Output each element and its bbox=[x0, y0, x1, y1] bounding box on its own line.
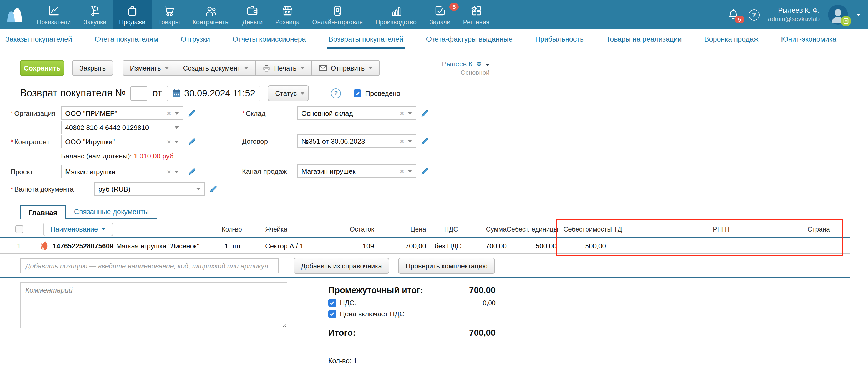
clear-icon[interactable]: × bbox=[400, 167, 404, 175]
counterparty-edit-pencil-icon[interactable] bbox=[188, 138, 196, 146]
sales-channel-select[interactable]: Магазин игрушек× bbox=[297, 165, 416, 178]
positions-table: Наименование Кол-во Ячейка Остаток Цена … bbox=[0, 222, 849, 254]
nav-item-tasks[interactable]: 5 Задачи bbox=[423, 0, 457, 29]
organization-select[interactable]: ООО "ПРИМЕР"× bbox=[61, 107, 183, 120]
save-button[interactable]: Сохранить bbox=[20, 60, 64, 76]
nav-item-sales[interactable]: Продажи bbox=[113, 0, 152, 29]
organization-account-select[interactable]: 40802 810 4 6442 0129810 bbox=[61, 121, 183, 135]
balance-label: Баланс (нам должны): bbox=[61, 152, 132, 160]
add-from-catalog-button[interactable]: Добавить из справочника bbox=[293, 258, 389, 274]
organization-edit-pencil-icon[interactable] bbox=[188, 110, 196, 117]
help-button[interactable]: ? bbox=[749, 9, 760, 20]
notes-badge-icon bbox=[841, 16, 851, 26]
doc-number-input[interactable] bbox=[131, 86, 148, 100]
comment-textarea[interactable] bbox=[20, 282, 287, 329]
chevron-down-icon bbox=[408, 140, 412, 143]
nav-item-goods[interactable]: Товары bbox=[152, 0, 186, 29]
clear-icon[interactable]: × bbox=[400, 110, 404, 117]
document-form: *Организация ООО "ПРИМЕР"× 40802 810 4 6… bbox=[0, 107, 868, 197]
section-divider bbox=[0, 277, 849, 278]
nav-item-money[interactable]: Деньги bbox=[236, 0, 269, 29]
doc-datetime-field[interactable]: 30.09.2024 11:52 bbox=[167, 86, 260, 101]
currency-select[interactable]: руб (RUB) bbox=[94, 182, 205, 196]
clear-icon[interactable]: × bbox=[167, 138, 171, 146]
subnav-shipments[interactable]: Отгрузки bbox=[181, 29, 210, 49]
add-position-input[interactable] bbox=[20, 259, 279, 273]
project-edit-pencil-icon[interactable] bbox=[188, 168, 196, 176]
product-name-cell: 1476522528075609 Мягкая игрушка "Лисенок… bbox=[53, 242, 212, 250]
name-column-sort-button[interactable]: Наименование bbox=[43, 223, 113, 236]
col-price: Цена bbox=[374, 226, 426, 233]
contract-select[interactable]: №351 от 30.06.2023× bbox=[297, 135, 416, 148]
table-row[interactable]: 1 1476522528075609 Мягкая игрушка "Лисен… bbox=[0, 239, 849, 254]
select-all-checkbox[interactable] bbox=[15, 226, 23, 233]
price-includes-vat-checkbox[interactable] bbox=[328, 310, 336, 318]
print-button[interactable]: Печать bbox=[255, 60, 312, 76]
status-dropdown[interactable]: Статус bbox=[268, 86, 309, 101]
app-logo[interactable] bbox=[0, 0, 31, 29]
counterparty-select[interactable]: ООО "Игрушки"× bbox=[61, 135, 183, 149]
notifications-button[interactable]: 5 bbox=[726, 8, 740, 22]
bag-icon bbox=[126, 4, 139, 17]
clear-icon[interactable]: × bbox=[167, 110, 171, 117]
owner-link[interactable]: Рылеев К. Ф. bbox=[442, 60, 490, 69]
sales-channel-edit-pencil-icon[interactable] bbox=[421, 167, 429, 175]
subnav-unit-economics[interactable]: Юнит-экономика bbox=[781, 29, 836, 49]
avatar[interactable] bbox=[828, 5, 848, 25]
nav-label: Контрагенты bbox=[192, 18, 229, 26]
subnav-profitability[interactable]: Прибыльность bbox=[535, 29, 584, 49]
currency-edit-pencil-icon[interactable] bbox=[209, 185, 217, 193]
subnav-consignment-goods[interactable]: Товары на реализации bbox=[606, 29, 682, 49]
send-button[interactable]: Отправить bbox=[311, 60, 380, 76]
tab-main[interactable]: Главная bbox=[20, 205, 66, 220]
subnav-sales-funnel[interactable]: Воронка продаж bbox=[704, 29, 758, 49]
vat-value: 0,00 bbox=[483, 299, 496, 307]
nav-item-solutions[interactable]: Решения bbox=[457, 0, 496, 29]
subnav-issued-invoices[interactable]: Счета-фактуры выданные bbox=[426, 29, 513, 49]
contract-edit-pencil-icon[interactable] bbox=[421, 137, 429, 145]
create-document-button[interactable]: Создать документ bbox=[176, 60, 256, 76]
nav-label: Закупки bbox=[83, 18, 106, 26]
edit-button[interactable]: Изменить bbox=[123, 60, 176, 76]
col-cost: Себестоимость bbox=[557, 226, 608, 233]
col-gtd: ГТД bbox=[608, 226, 713, 233]
balance-row: Баланс (нам должны): 1 010,00 руб bbox=[61, 151, 217, 161]
project-select[interactable]: Мягкие игрушки× bbox=[61, 165, 183, 179]
subnav-commissioner-reports[interactable]: Отчеты комиссионера bbox=[232, 29, 306, 49]
col-qty: Кол-во bbox=[212, 226, 265, 233]
subnav-customer-invoices[interactable]: Счета покупателям bbox=[95, 29, 158, 49]
nav-item-production[interactable]: Производство bbox=[369, 0, 423, 29]
vat-checkbox[interactable] bbox=[328, 299, 336, 307]
posted-checkbox[interactable] bbox=[353, 89, 362, 97]
counterparty-label: *Контрагент bbox=[10, 138, 61, 146]
tasks-icon bbox=[433, 4, 446, 17]
doc-datetime: 30.09.2024 11:52 bbox=[184, 88, 255, 99]
nav-item-online-trade[interactable]: Онлайн-торговля bbox=[306, 0, 369, 29]
warehouse-edit-pencil-icon[interactable] bbox=[421, 110, 429, 117]
tab-linked-documents[interactable]: Связанные документы bbox=[66, 207, 157, 220]
posted-control: Проведено bbox=[353, 89, 400, 97]
posted-help-icon[interactable]: ? bbox=[331, 88, 341, 98]
nav-label: Деньги bbox=[242, 18, 263, 26]
factory-icon bbox=[390, 4, 403, 17]
subnav-customer-orders[interactable]: Заказы покупателей bbox=[5, 29, 72, 49]
nav-label: Продажи bbox=[119, 18, 146, 26]
nav-label: Решения bbox=[463, 18, 490, 26]
col-rnpt: РНПТ bbox=[713, 226, 807, 233]
nav-item-counterparties[interactable]: Контрагенты bbox=[186, 0, 236, 29]
printer-icon bbox=[262, 64, 270, 72]
check-bundle-button[interactable]: Проверить комплектацию bbox=[398, 258, 495, 274]
close-button[interactable]: Закрыть bbox=[72, 60, 113, 76]
nav-item-indicators[interactable]: Показатели bbox=[31, 0, 77, 29]
clear-icon[interactable]: × bbox=[167, 168, 171, 176]
nav-item-purchases[interactable]: Закупки bbox=[77, 0, 113, 29]
warehouse-select[interactable]: Основной склад× bbox=[297, 107, 416, 120]
col-unit-cost: Себест. единицы bbox=[506, 226, 557, 233]
people-icon bbox=[205, 4, 218, 17]
user-menu-caret-icon[interactable] bbox=[857, 13, 861, 16]
nav-item-retail[interactable]: Розница bbox=[269, 0, 306, 29]
clear-icon[interactable]: × bbox=[400, 137, 404, 145]
subnav-customer-returns[interactable]: Возвраты покупателей bbox=[329, 29, 403, 49]
vat-label: НДС: bbox=[340, 299, 356, 307]
nav-label: Показатели bbox=[37, 18, 71, 26]
